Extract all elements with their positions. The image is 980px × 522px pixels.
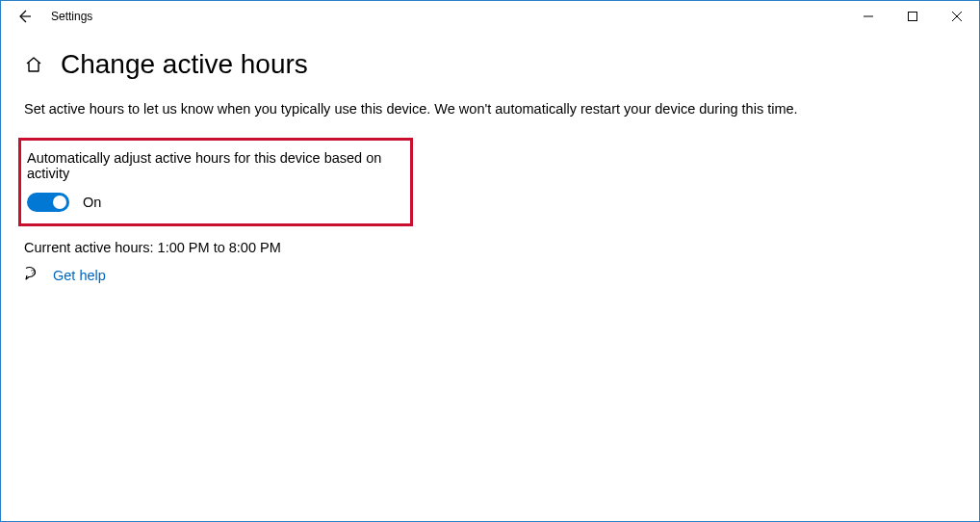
page-description: Set active hours to let us know when you… (24, 101, 956, 117)
highlighted-setting-box: Automatically adjust active hours for th… (18, 138, 413, 226)
auto-adjust-toggle[interactable] (27, 193, 69, 212)
page-title: Change active hours (61, 49, 308, 80)
close-icon (952, 12, 962, 21)
maximize-button[interactable] (890, 1, 935, 32)
home-icon[interactable] (24, 55, 43, 74)
content-area: Change active hours Set active hours to … (1, 32, 979, 286)
toggle-knob (53, 196, 66, 209)
back-button[interactable] (1, 1, 47, 32)
get-help-row: ? Get help (24, 265, 956, 286)
svg-rect-1 (909, 13, 917, 21)
page-header: Change active hours (24, 49, 956, 80)
current-active-hours-text: Current active hours: 1:00 PM to 8:00 PM (24, 240, 956, 255)
title-bar: Settings (1, 1, 979, 32)
maximize-icon (908, 12, 917, 21)
minimize-icon (864, 12, 873, 21)
svg-text:?: ? (31, 268, 36, 276)
help-icon: ? (24, 265, 41, 286)
get-help-link[interactable]: Get help (53, 268, 106, 283)
settings-window: Settings (0, 0, 980, 522)
window-title: Settings (47, 10, 846, 23)
back-arrow-icon (16, 9, 32, 24)
auto-adjust-toggle-row: On (27, 193, 400, 212)
auto-adjust-state-text: On (83, 195, 101, 210)
window-controls (846, 1, 979, 32)
close-button[interactable] (935, 1, 979, 32)
minimize-button[interactable] (846, 1, 890, 32)
auto-adjust-label: Automatically adjust active hours for th… (27, 150, 400, 181)
